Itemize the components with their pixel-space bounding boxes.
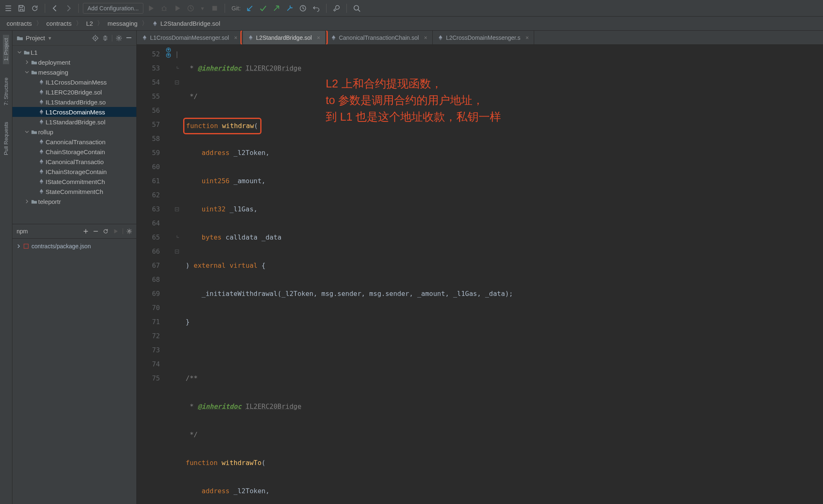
- crumb[interactable]: L2: [86, 20, 93, 27]
- stop-icon[interactable]: [209, 2, 220, 14]
- tree-item[interactable]: teleportr: [12, 196, 136, 206]
- npm-package-item[interactable]: contracts/package.json: [12, 241, 136, 251]
- close-tab-icon[interactable]: ×: [234, 34, 237, 41]
- fold-gutter[interactable]: |: [173, 45, 181, 504]
- npm-panel-header: npm: [12, 224, 136, 239]
- project-sidebar: Project ▼ L1deploymentmessagingIL1CrossD…: [12, 31, 137, 504]
- tree-item[interactable]: IL1StandardBridge.so: [12, 97, 136, 107]
- npm-add-icon[interactable]: [83, 228, 89, 234]
- tree-item[interactable]: IChainStorageContain: [12, 167, 136, 177]
- debug-icon[interactable]: [158, 2, 170, 14]
- marker-gutter: [166, 45, 173, 504]
- git-label: Git:: [232, 5, 241, 12]
- editor-tab[interactable]: L2CrossDomainMessenger.s×: [433, 31, 534, 44]
- editor-area: L1CrossDomainMessenger.sol×L2StandardBri…: [137, 31, 823, 504]
- crumb[interactable]: contracts: [46, 20, 72, 27]
- main-toolbar: Add Configuration... ▾ Git:: [0, 0, 823, 17]
- git-history-icon[interactable]: [297, 2, 309, 14]
- run-icon[interactable]: [145, 2, 157, 14]
- tree-item[interactable]: ICanonicalTransactio: [12, 157, 136, 167]
- settings-icon[interactable]: [331, 2, 342, 14]
- run-config-dropdown[interactable]: Add Configuration...: [83, 3, 143, 14]
- crumb-file[interactable]: L2StandardBridge.sol: [152, 20, 220, 27]
- tree-item[interactable]: L1StandardBridge.sol: [12, 117, 136, 127]
- collapse-all-icon[interactable]: [102, 35, 109, 41]
- project-view-dropdown[interactable]: Project ▼: [17, 34, 52, 41]
- npm-settings-icon[interactable]: [123, 228, 132, 234]
- tree-item[interactable]: L1: [12, 47, 136, 57]
- tree-item[interactable]: StateCommitmentCh: [12, 187, 136, 196]
- tree-item[interactable]: L1CrossDomainMess: [12, 107, 136, 117]
- tree-item[interactable]: IStateCommitmentCh: [12, 177, 136, 187]
- run-dropdown-icon[interactable]: ▾: [198, 2, 207, 14]
- search-everywhere-icon[interactable]: [351, 2, 363, 14]
- tool-tab-structure[interactable]: 7: Structure: [3, 74, 9, 109]
- profile-icon[interactable]: [185, 2, 196, 14]
- npm-remove-icon[interactable]: [93, 228, 99, 234]
- git-rollback-icon[interactable]: [310, 2, 322, 14]
- close-tab-icon[interactable]: ×: [525, 34, 529, 41]
- tree-item[interactable]: IL1ERC20Bridge.sol: [12, 87, 136, 97]
- nav-back-icon[interactable]: [49, 2, 61, 14]
- git-commit-icon[interactable]: [257, 2, 269, 14]
- npm-title: npm: [17, 228, 28, 235]
- crumb[interactable]: messaging: [107, 20, 138, 27]
- editor-tab[interactable]: L1CrossDomainMessenger.sol×: [137, 31, 243, 44]
- tree-item[interactable]: rollup: [12, 127, 136, 137]
- refresh-icon[interactable]: [29, 2, 41, 14]
- close-tab-icon[interactable]: ×: [424, 34, 427, 41]
- coverage-icon[interactable]: [172, 2, 183, 14]
- git-update-icon[interactable]: [244, 2, 256, 14]
- close-tab-icon[interactable]: ×: [317, 34, 320, 41]
- hide-panel-icon[interactable]: [126, 35, 132, 41]
- npm-refresh-icon[interactable]: [103, 228, 109, 234]
- crumb[interactable]: contracts: [7, 20, 32, 27]
- tool-tab-pull-requests[interactable]: Pull Requests: [3, 119, 9, 158]
- nav-forward-icon[interactable]: [63, 2, 74, 14]
- git-push-icon[interactable]: [271, 2, 282, 14]
- project-tree[interactable]: L1deploymentmessagingIL1CrossDomainMessI…: [12, 46, 136, 224]
- tree-item[interactable]: IL1CrossDomainMess: [12, 77, 136, 87]
- npm-run-icon[interactable]: [113, 228, 119, 234]
- code-editor[interactable]: * @inheritdoc IL2ERC20Bridge */ function…: [181, 45, 823, 504]
- locate-icon[interactable]: [92, 35, 99, 41]
- left-tool-strip: 1: Project 7: Structure Pull Requests: [0, 31, 12, 504]
- menu-icon[interactable]: [2, 2, 14, 14]
- override-marker-icon[interactable]: [166, 47, 171, 53]
- tree-item[interactable]: ChainStorageContain: [12, 147, 136, 157]
- breadcrumb: contracts〉 contracts〉 L2〉 messaging〉 L2S…: [0, 17, 823, 31]
- panel-settings-icon[interactable]: [112, 35, 122, 41]
- editor-tabs: L1CrossDomainMessenger.sol×L2StandardBri…: [137, 31, 823, 45]
- tree-item[interactable]: messaging: [12, 67, 136, 77]
- git-branch-icon[interactable]: [284, 2, 295, 14]
- editor-tab[interactable]: L2StandardBridge.sol×: [243, 31, 326, 44]
- tree-item[interactable]: CanonicalTransaction: [12, 137, 136, 147]
- editor-tab[interactable]: CanonicalTransactionChain.sol×: [326, 31, 433, 44]
- tool-tab-project[interactable]: 1: Project: [3, 35, 9, 64]
- override-marker-icon[interactable]: [166, 53, 171, 58]
- line-number-gutter: 5253545556575859606162636465666768697071…: [137, 45, 166, 504]
- save-icon[interactable]: [16, 2, 27, 14]
- tree-item[interactable]: deployment: [12, 57, 136, 67]
